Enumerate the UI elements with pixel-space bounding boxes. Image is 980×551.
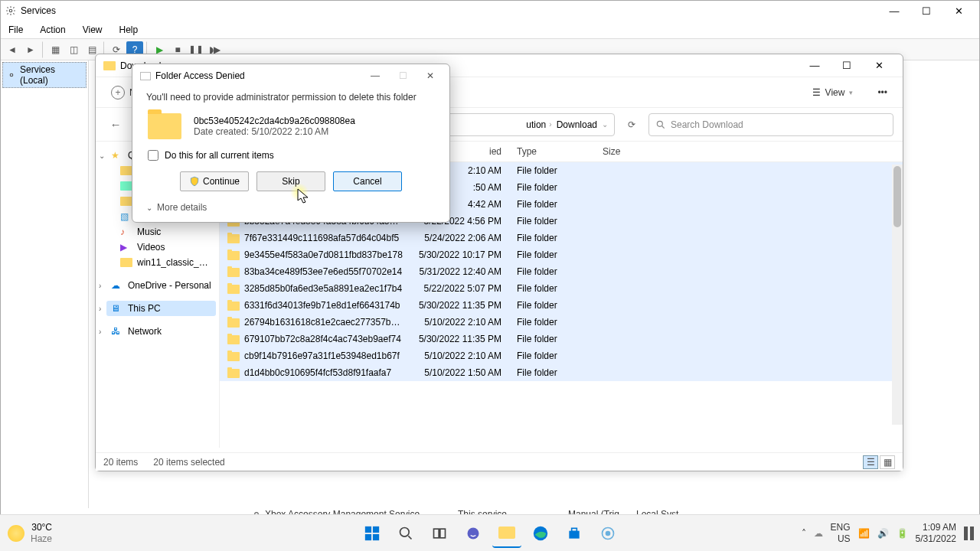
folder-access-denied-dialog: Folder Access Denied — ☐ ✕ You'll need t… <box>132 64 450 223</box>
pc-icon: 🖥 <box>111 303 123 314</box>
services-title: Services <box>21 5 56 16</box>
svg-line-10 <box>408 536 411 539</box>
table-row[interactable]: cb9f14b7916e97a31f1e53948ed1b67f5/10/202… <box>220 347 903 364</box>
scroll-thumb[interactable] <box>893 166 901 227</box>
menu-file[interactable]: File <box>5 23 26 37</box>
tray-chevron-icon[interactable]: ˄ <box>802 528 806 539</box>
weather-cond: Haze <box>31 533 52 544</box>
more-details-toggle[interactable]: ⌄ More details <box>132 196 449 222</box>
tree-services-local[interactable]: Services (Local) <box>2 62 87 88</box>
star-icon: ★ <box>111 150 123 161</box>
table-row[interactable]: 7f67e331449c111698afa57d64c04bf55/24/202… <box>220 230 903 246</box>
svg-rect-12 <box>440 529 446 538</box>
menu-action[interactable]: Action <box>37 23 68 37</box>
dialog-message: You'll need to provide administrator per… <box>132 87 449 107</box>
svg-point-0 <box>9 9 12 12</box>
folder-icon <box>227 318 240 328</box>
table-row[interactable]: 83ba34ce489f53ee7e6ed55f70702e145/31/202… <box>220 263 903 280</box>
forward-icon[interactable]: ► <box>22 41 39 58</box>
tree-network[interactable]: ›🖧Network <box>106 324 216 339</box>
tree-onedrive[interactable]: ›☁OneDrive - Personal <box>106 278 216 293</box>
breadcrumb-segment[interactable]: ution› <box>526 119 551 130</box>
folder-icon <box>227 285 240 294</box>
table-row[interactable]: 9e3455e4f583a0e7d0811fbd837be1785/30/202… <box>220 246 903 263</box>
explorer-maximize-button[interactable]: ☐ <box>831 56 863 76</box>
icons-view-button[interactable]: ▦ <box>880 455 895 469</box>
explorer-minimize-button[interactable]: — <box>799 56 831 76</box>
refresh-button[interactable]: ⟳ <box>622 116 641 134</box>
folder-date: Date created: 5/10/2022 2:10 AM <box>194 126 355 137</box>
checkbox-label: Do this for all current items <box>165 150 274 161</box>
skip-button[interactable]: Skip <box>256 171 325 191</box>
view-button[interactable]: ☰ View ▾ <box>808 84 858 101</box>
minimize-button[interactable]: — <box>878 1 910 21</box>
back-icon[interactable]: ◄ <box>4 41 21 58</box>
col-type[interactable]: Type <box>517 146 603 157</box>
dialog-title-bar: Folder Access Denied — ☐ ✕ <box>132 64 449 87</box>
folder-icon <box>227 352 240 361</box>
table-row[interactable]: 679107bb72c8a28f4c4ac743eb9aef745/30/202… <box>220 331 903 347</box>
svg-rect-5 <box>365 526 371 532</box>
maximize-button[interactable]: ☐ <box>910 1 942 21</box>
dialog-maximize-button[interactable]: ☐ <box>391 67 414 85</box>
menu-help[interactable]: Help <box>116 23 142 37</box>
table-row[interactable]: 26794b1631618c81e2caec277357b3705/10/202… <box>220 314 903 331</box>
plus-icon: + <box>111 86 125 99</box>
selected-count: 20 items selected <box>153 457 224 468</box>
svg-rect-6 <box>373 526 379 532</box>
folder-icon <box>227 302 240 311</box>
task-view-button[interactable] <box>425 519 454 548</box>
close-button[interactable]: ✕ <box>942 1 975 21</box>
tree-music[interactable]: ♪Music <box>116 224 216 240</box>
scrollbar[interactable] <box>892 165 903 425</box>
folder-icon <box>148 113 181 139</box>
dialog-title: Folder Access Denied <box>155 70 245 81</box>
chat-button[interactable] <box>459 519 488 548</box>
battery-icon[interactable]: 🔋 <box>897 528 908 539</box>
show-hide-icon[interactable]: ▦ <box>47 41 64 58</box>
details-view-button[interactable]: ☰ <box>863 455 878 469</box>
services-title-bar: Services — ☐ ✕ <box>1 1 979 21</box>
more-button[interactable]: ••• <box>873 84 892 101</box>
search-input[interactable]: Search Download <box>648 113 893 136</box>
menu-bar: File Action View Help <box>1 21 979 39</box>
explorer-button[interactable] <box>492 519 521 548</box>
menu-view[interactable]: View <box>80 23 106 37</box>
back-button[interactable]: ← <box>105 114 126 135</box>
breadcrumb-segment[interactable]: Download <box>557 119 597 130</box>
store-button[interactable] <box>560 519 589 548</box>
chevron-down-icon[interactable]: ⌄ <box>602 120 608 129</box>
dialog-minimize-button[interactable]: — <box>364 67 387 85</box>
cancel-button[interactable]: Cancel <box>333 171 402 191</box>
clock[interactable]: 1:09 AM 5/31/2022 <box>916 522 956 544</box>
search-placeholder: Search Download <box>671 119 743 130</box>
onedrive-tray-icon[interactable]: ☁ <box>814 528 823 539</box>
start-button[interactable] <box>358 519 387 548</box>
tree-win11[interactable]: win11_classic_cont <box>116 255 216 270</box>
explorer-close-button[interactable]: ✕ <box>863 56 895 76</box>
volume-icon[interactable]: 🔊 <box>877 528 889 539</box>
table-row[interactable]: d1d4bb0c910695f4fcf53d8f91faafa75/10/202… <box>220 364 903 381</box>
table-row[interactable]: 6331f6d34013fe9b71e8d1ef6643174b5/30/202… <box>220 297 903 314</box>
svg-point-3 <box>657 121 662 126</box>
edge-button[interactable] <box>526 519 555 548</box>
tree-this-pc[interactable]: ›🖥This PC <box>106 301 216 316</box>
folder-icon <box>120 181 132 191</box>
item-count: 20 items <box>103 457 138 468</box>
folder-icon <box>120 257 132 268</box>
do-all-checkbox[interactable] <box>148 150 158 161</box>
language-indicator[interactable]: ENG US <box>831 522 851 544</box>
wifi-icon[interactable]: 📶 <box>858 528 870 539</box>
tree-videos[interactable]: ▶Videos <box>116 240 216 255</box>
folder-icon <box>227 268 240 277</box>
search-button[interactable] <box>391 519 420 548</box>
weather-widget[interactable]: 30°C Haze <box>8 522 52 544</box>
tree-root-label: Services (Local) <box>20 64 83 86</box>
export-icon[interactable]: ◫ <box>65 41 82 58</box>
app-button[interactable] <box>593 519 622 548</box>
col-size[interactable]: Size <box>603 146 664 157</box>
dialog-close-button[interactable]: ✕ <box>419 67 442 85</box>
continue-button[interactable]: Continue <box>180 171 249 191</box>
table-row[interactable]: 3285d85b0fa6ed3e5a8891ea2ec1f7b45/22/202… <box>220 280 903 297</box>
weather-temp: 30°C <box>31 522 52 533</box>
